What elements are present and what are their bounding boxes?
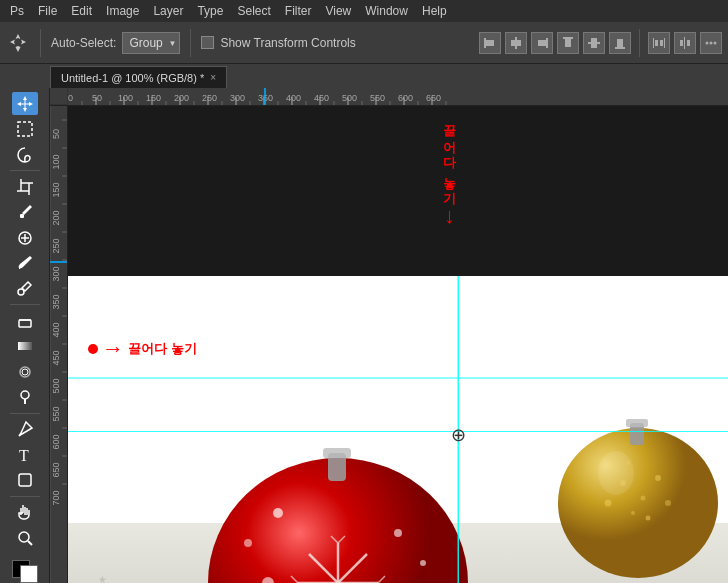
menu-ps[interactable]: Ps xyxy=(4,2,30,20)
zoom-tool-button[interactable] xyxy=(12,526,38,549)
svg-text:350: 350 xyxy=(51,294,61,309)
group-dropdown-wrapper[interactable]: Group Layer xyxy=(122,32,180,54)
crop-tool-button[interactable] xyxy=(12,175,38,198)
align-left-edges-icon[interactable] xyxy=(479,32,501,54)
svg-text:450: 450 xyxy=(51,350,61,365)
brush-tool-button[interactable] xyxy=(12,251,38,274)
canvas-viewport: 50 100 150 200 250 300 350 400 450 500 5… xyxy=(50,106,728,583)
hand-tool-button[interactable] xyxy=(12,501,38,524)
canvas-wrapper: 0 50 100 150 200 250 300 350 xyxy=(50,88,728,583)
svg-rect-5 xyxy=(546,38,548,48)
tool-divider-3 xyxy=(10,413,40,414)
pen-tool-button[interactable] xyxy=(12,418,38,441)
svg-rect-29 xyxy=(20,214,24,218)
svg-rect-35 xyxy=(19,320,31,327)
svg-text:250: 250 xyxy=(202,93,217,103)
svg-text:500: 500 xyxy=(342,93,357,103)
transform-controls-checkbox[interactable] xyxy=(201,36,214,49)
move-tool-button[interactable] xyxy=(12,92,38,115)
svg-point-152 xyxy=(394,529,402,537)
distribute-horizontal-centers-icon[interactable] xyxy=(674,32,696,54)
dodge-tool-button[interactable] xyxy=(12,385,38,408)
menu-select[interactable]: Select xyxy=(231,2,276,20)
menu-view[interactable]: View xyxy=(319,2,357,20)
selection-tool-button[interactable] xyxy=(12,117,38,140)
tab-close-button[interactable]: × xyxy=(210,72,216,83)
menu-help[interactable]: Help xyxy=(416,2,453,20)
svg-point-21 xyxy=(710,41,713,44)
svg-text:★: ★ xyxy=(98,574,107,583)
svg-rect-6 xyxy=(538,40,546,46)
svg-point-159 xyxy=(244,539,252,547)
svg-rect-17 xyxy=(680,40,683,46)
tool-divider-4 xyxy=(10,496,40,497)
svg-rect-16 xyxy=(664,38,665,48)
svg-text:650: 650 xyxy=(426,93,441,103)
svg-text:300: 300 xyxy=(51,266,61,281)
svg-point-171 xyxy=(646,516,651,521)
foreground-color-swatch[interactable] xyxy=(12,560,38,583)
eyedropper-tool-button[interactable] xyxy=(12,201,38,224)
eraser-tool-button[interactable] xyxy=(12,309,38,332)
text-tool-button[interactable]: T xyxy=(12,443,38,466)
svg-text:300: 300 xyxy=(230,93,245,103)
separator-2 xyxy=(190,29,191,57)
svg-point-151 xyxy=(273,508,283,518)
menu-layer[interactable]: Layer xyxy=(147,2,189,20)
canvas-area[interactable]: ★ ★ ✦ ★ ★ ★ ★ ✦ ★ ★ ★ ★ ✦ ★ ★ xyxy=(68,106,728,583)
gradient-tool-button[interactable] xyxy=(12,334,38,357)
ruler-corner xyxy=(50,88,68,105)
menu-bar: Ps File Edit Image Layer Type Select Fil… xyxy=(0,0,728,22)
svg-text:700: 700 xyxy=(51,490,61,505)
menu-filter[interactable]: Filter xyxy=(279,2,318,20)
svg-rect-10 xyxy=(591,38,597,48)
svg-text:600: 600 xyxy=(398,93,413,103)
svg-text:200: 200 xyxy=(174,93,189,103)
shape-tool-button[interactable] xyxy=(12,468,38,491)
svg-point-166 xyxy=(641,496,646,501)
svg-text:600: 600 xyxy=(51,434,61,449)
lasso-tool-button[interactable] xyxy=(12,143,38,166)
menu-window[interactable]: Window xyxy=(359,2,414,20)
healing-brush-button[interactable] xyxy=(12,226,38,249)
svg-text:450: 450 xyxy=(314,93,329,103)
group-dropdown[interactable]: Group Layer xyxy=(122,32,180,54)
canvas-dark-region xyxy=(68,106,728,276)
align-vertical-centers-icon[interactable] xyxy=(583,32,605,54)
align-horizontal-centers-icon[interactable] xyxy=(505,32,527,54)
svg-text:550: 550 xyxy=(51,406,61,421)
svg-text:200: 200 xyxy=(51,210,61,225)
ruler-horizontal: 0 50 100 150 200 250 300 350 xyxy=(68,88,728,105)
more-options-icon[interactable] xyxy=(700,32,722,54)
tool-divider-2 xyxy=(10,304,40,305)
svg-rect-163 xyxy=(626,419,648,427)
menu-edit[interactable]: Edit xyxy=(65,2,98,20)
svg-rect-138 xyxy=(323,448,351,458)
svg-rect-91 xyxy=(50,261,68,263)
svg-text:550: 550 xyxy=(370,93,385,103)
svg-rect-44 xyxy=(19,474,31,486)
canvas-svg: ★ ★ ✦ ★ ★ ★ ★ ✦ ★ ★ ★ ★ ✦ ★ ★ xyxy=(68,276,728,583)
menu-image[interactable]: Image xyxy=(100,2,145,20)
vertical-annotation: 끌어다 놓기 ↓ xyxy=(441,106,458,426)
menu-type[interactable]: Type xyxy=(191,2,229,20)
svg-text:150: 150 xyxy=(51,182,61,197)
svg-point-161 xyxy=(558,428,718,578)
svg-rect-2 xyxy=(486,40,494,46)
tab-bar: Untitled-1 @ 100% (RGB/8) * × xyxy=(0,64,728,88)
svg-marker-0 xyxy=(10,34,26,52)
blur-tool-button[interactable] xyxy=(12,360,38,383)
transform-controls: Show Transform Controls xyxy=(201,36,355,50)
align-right-edges-icon[interactable] xyxy=(531,32,553,54)
distribute-left-edges-icon[interactable] xyxy=(648,32,670,54)
clone-stamp-button[interactable] xyxy=(12,277,38,300)
tab-title: Untitled-1 @ 100% (RGB/8) * xyxy=(61,72,204,84)
canvas-document[interactable]: ★ ★ ✦ ★ ★ ★ ★ ✦ ★ ★ ★ ★ ✦ ★ ★ xyxy=(68,276,728,583)
align-bottom-edges-icon[interactable] xyxy=(609,32,631,54)
document-tab[interactable]: Untitled-1 @ 100% (RGB/8) * × xyxy=(50,66,227,88)
svg-rect-18 xyxy=(684,37,685,49)
svg-point-160 xyxy=(420,560,426,566)
align-top-edges-icon[interactable] xyxy=(557,32,579,54)
menu-file[interactable]: File xyxy=(32,2,63,20)
svg-point-169 xyxy=(605,500,612,507)
